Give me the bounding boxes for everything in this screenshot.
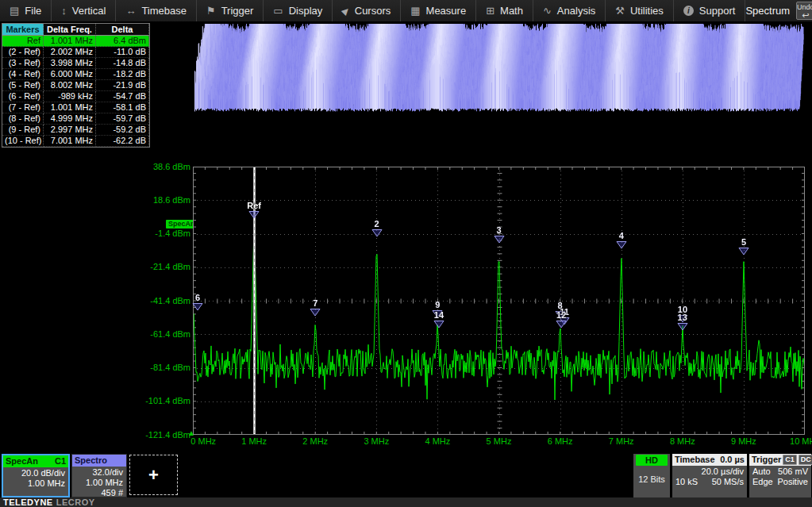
- marker-delta-ampl-cell: -14.8 dB: [96, 58, 149, 69]
- y-axis-tick-label: 18.6 dBm: [117, 195, 190, 205]
- menu-bar: ▤ File ↕ Vertical ↔ Timebase ⚑ Trigger ▭…: [0, 0, 812, 22]
- menu-item-display[interactable]: ▭ Display: [264, 0, 333, 21]
- y-axis-tick-label: -61.4 dBm: [117, 329, 190, 340]
- marker-delta-ampl-cell: -58.1 dB: [96, 102, 149, 113]
- menu-item-analysis[interactable]: ∿ Analysis: [533, 0, 606, 21]
- markers-table-header-cell: Delta Freq.: [44, 24, 96, 36]
- marker-delta-ampl-cell: -54.7 dB: [96, 91, 149, 102]
- marker-delta-freq-cell: 6.000 MHz: [44, 69, 96, 80]
- marker-name-cell[interactable]: Ref: [2, 36, 44, 47]
- marker-delta-ampl-cell: 6.4 dBm: [96, 36, 149, 47]
- menu-item-label: Display: [289, 5, 323, 17]
- analysis-chart-icon: ∿: [543, 6, 552, 16]
- timebase-sample-rate: 50 MS/s: [712, 477, 744, 487]
- menu-item-label: Timebase: [141, 5, 187, 17]
- specan-tile-title: SpecAn: [6, 455, 38, 467]
- marker-name-cell[interactable]: (3 - Ref): [2, 58, 44, 69]
- specan-horizontal-scale: 1.00 MHz: [6, 478, 65, 489]
- marker-delta-freq-cell: 2.002 MHz: [44, 47, 96, 58]
- menu-item-label: Measure: [426, 5, 467, 17]
- menu-item-label: Math: [500, 5, 523, 17]
- marker-name-cell[interactable]: (2 - Ref): [2, 47, 44, 58]
- x-axis-tick-label: 6 MHz: [537, 436, 584, 446]
- marker-name-cell[interactable]: (9 - Ref): [2, 125, 44, 136]
- acquisition-tile[interactable]: HD 12 Bits: [633, 454, 670, 497]
- marker-delta-ampl-cell: -18.2 dB: [96, 69, 149, 80]
- brand-logo: TELEDYNE: [3, 498, 53, 507]
- markers-table: Markers Delta Freq. Delta Ampl. Ref 1.00…: [2, 23, 150, 148]
- marker-name-cell[interactable]: (10 - Ref): [2, 136, 44, 147]
- menu-item-cursors[interactable]: ▶ Cursors: [333, 0, 401, 21]
- specan-vertical-scale: 20.0 dB/div: [6, 468, 65, 478]
- marker-delta-freq-cell: -989 kHz: [44, 91, 96, 102]
- spectrogram-waterfall-canvas[interactable]: [190, 24, 810, 114]
- marker-name-cell[interactable]: (7 - Ref): [2, 102, 44, 113]
- mode-label: Spectrum: [745, 0, 796, 21]
- timebase-tile-title: Timebase: [675, 454, 715, 466]
- display-icon: ▭: [273, 6, 283, 16]
- menu-item-timebase[interactable]: ↔ Timebase: [116, 0, 197, 21]
- hd-mode-badge: HD: [636, 455, 668, 466]
- spectro-tile-title: Spectro: [75, 455, 107, 467]
- spectrum-plot[interactable]: 234567891011121314Ref: [193, 167, 805, 435]
- timebase-scale: 20.0 µs/div: [675, 467, 744, 477]
- y-axis-tick-label: -21.4 dBm: [117, 262, 190, 272]
- specan-descriptor-tile[interactable]: SpecAn C1 20.0 dB/div 1.00 MHz: [2, 454, 70, 497]
- trigger-level: 506 mV: [778, 467, 808, 477]
- y-axis-tick-label: -101.4 dBm: [117, 396, 190, 406]
- timebase-tile[interactable]: Timebase 0.0 µs 20.0 µs/div 10 kS 50 MS/…: [672, 454, 747, 497]
- oscilloscope-screen: ▤ File ↕ Vertical ↔ Timebase ⚑ Trigger ▭…: [0, 0, 812, 507]
- marker-delta-ampl-cell: -21.9 dB: [96, 80, 149, 91]
- marker-name-cell[interactable]: (5 - Ref): [2, 80, 44, 91]
- spectrum-canvas[interactable]: [193, 167, 805, 435]
- x-axis-tick-label: 4 MHz: [414, 436, 461, 446]
- marker-name-cell[interactable]: (6 - Ref): [2, 91, 44, 102]
- x-axis-tick-label: 8 MHz: [659, 436, 706, 446]
- menu-item-vertical[interactable]: ↕ Vertical: [52, 0, 116, 21]
- menu-item-label: Utilities: [630, 5, 664, 17]
- trigger-coupling-badge: DC: [799, 455, 812, 465]
- spectro-span: 1.00 MHz: [75, 478, 123, 488]
- marker-delta-freq-cell: 7.001 MHz: [44, 136, 96, 147]
- markers-table-header-cell: Markers: [2, 24, 44, 36]
- undo-button[interactable]: Undo ↩: [796, 2, 812, 20]
- x-axis-tick-label: 2 MHz: [291, 436, 339, 446]
- vertical-arrows-icon: ↕: [61, 6, 67, 16]
- trigger-slope: Positive: [777, 477, 808, 487]
- x-axis-tick-label: 9 MHz: [720, 436, 768, 446]
- marker-delta-ampl-cell: -59.7 dB: [96, 113, 149, 125]
- menu-item-label: Support: [699, 5, 736, 17]
- menu-item-math[interactable]: ⊞ Math: [476, 0, 533, 21]
- menu-item-trigger[interactable]: ⚑ Trigger: [197, 0, 264, 21]
- marker-delta-ampl-cell: -11.0 dB: [96, 47, 149, 58]
- trigger-tile[interactable]: Trigger C1 DC Auto 506 mV Edge Positive: [749, 454, 811, 497]
- x-axis-tick-label: 5 MHz: [475, 436, 523, 446]
- y-axis-tick-label: -81.4 dBm: [117, 363, 190, 373]
- marker-delta-freq-cell: 4.999 MHz: [44, 113, 96, 125]
- y-axis-tick-label: 38.6 dBm: [117, 162, 190, 172]
- trigger-mode: Auto: [752, 467, 771, 477]
- add-trace-button[interactable]: +: [129, 455, 178, 495]
- menu-item-support[interactable]: i Support: [674, 0, 746, 21]
- marker-delta-freq-cell: 2.997 MHz: [44, 125, 96, 136]
- x-axis-tick-label: 7 MHz: [598, 436, 645, 446]
- calculator-icon: ⊞: [486, 6, 495, 16]
- info-icon: i: [683, 6, 694, 16]
- timebase-offset: 0.0 µs: [720, 454, 745, 466]
- acquisition-bits: 12 Bits: [633, 474, 670, 486]
- menu-item-utilities[interactable]: ⚒ Utilities: [606, 0, 674, 21]
- menu-item-measure[interactable]: ▦ Measure: [401, 0, 476, 21]
- timebase-samples: 10 kS: [675, 477, 698, 487]
- trigger-source-badge: C1: [783, 455, 797, 465]
- plus-icon: +: [148, 465, 159, 486]
- brand-logo-secondary: LECROY: [56, 498, 95, 507]
- x-axis-tick-label: 0 MHz: [179, 436, 227, 446]
- marker-name-cell[interactable]: (8 - Ref): [2, 113, 44, 125]
- marker-delta-ampl-cell: -62.2 dB: [96, 136, 149, 147]
- marker-name-cell[interactable]: (4 - Ref): [2, 69, 44, 80]
- trigger-kind: Edge: [752, 477, 773, 487]
- cursor-icon: ▶: [340, 5, 352, 17]
- menu-item-file[interactable]: ▤ File: [0, 0, 52, 21]
- spectro-descriptor-tile[interactable]: Spectro 32.0/div 1.00 MHz 459 #: [71, 454, 127, 497]
- file-icon: ▤: [10, 6, 19, 16]
